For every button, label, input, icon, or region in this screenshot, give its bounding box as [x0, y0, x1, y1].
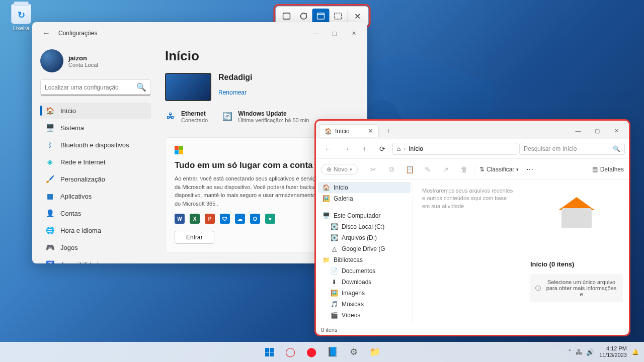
maximize-button[interactable]: ▢ [588, 124, 607, 138]
gallery-icon: 🖼️ [322, 195, 330, 203]
search-input[interactable] [45, 84, 136, 91]
nav-sistema[interactable]: 🖥️Sistema [40, 120, 151, 136]
delete-icon[interactable]: 🗑 [457, 162, 471, 176]
nav-inicio[interactable]: 🏠Início [40, 103, 151, 119]
home-icon: 🏠 [325, 128, 332, 135]
minimize-button[interactable]: — [306, 26, 325, 40]
nav-aplicativos[interactable]: ▦Aplicativos [40, 188, 151, 204]
new-tab-button[interactable]: + [382, 124, 395, 137]
folder-icon: 📁 [322, 256, 330, 264]
nav-forward-button[interactable]: → [338, 142, 354, 156]
info-icon: ⓘ [535, 285, 541, 292]
nav-bluetooth[interactable]: ᛒBluetooth e dispositivos [40, 137, 151, 153]
taskbar-app-opera[interactable]: ⬤ [302, 343, 320, 361]
signin-button[interactable]: Entrar [175, 231, 214, 244]
apps-icon: ▦ [45, 192, 54, 201]
rename-icon[interactable]: ✎ [421, 162, 435, 176]
details-button[interactable]: ▤ Detalhes [592, 166, 624, 173]
copy-icon[interactable]: ⧉ [384, 162, 398, 176]
taskbar-app-word[interactable]: 📘 [324, 343, 342, 361]
paste-icon[interactable]: 📋 [403, 162, 417, 176]
snip-fullscreen-icon[interactable] [330, 9, 347, 24]
explorer-tab-inicio[interactable]: 🏠 Início ✕ [319, 124, 379, 137]
chevron-down-icon: ▾ [516, 167, 519, 172]
word-icon: W [175, 214, 185, 224]
tab-close-icon[interactable]: ✕ [368, 127, 373, 135]
status-bar: 0 itens [316, 324, 629, 335]
enav-galeria[interactable]: 🖼️Galeria [318, 193, 411, 204]
taskbar-app-vivaldi[interactable]: ◯ [281, 343, 299, 361]
nav-personalizacao[interactable]: 🖌️Personalização [40, 171, 151, 187]
breadcrumb[interactable]: ⌂ › Início [392, 143, 517, 155]
enav-musicas[interactable]: 🎵Músicas [318, 299, 411, 310]
cut-icon[interactable]: ✂ [366, 162, 380, 176]
svg-rect-4 [335, 13, 342, 19]
home-icon: 🏠 [45, 106, 54, 115]
snip-rectangle-icon[interactable] [278, 9, 295, 24]
maximize-button[interactable]: ▢ [325, 26, 344, 40]
snip-window-icon[interactable] [312, 9, 330, 24]
home-icon: 🏠 [322, 184, 330, 192]
taskbar-app-explorer[interactable]: 📁 [366, 343, 384, 361]
avatar [40, 49, 63, 72]
rename-link[interactable]: Renomear [218, 89, 247, 96]
enav-este-computador[interactable]: 🖥️Este Computador [318, 210, 411, 221]
nav-acessibilidade[interactable]: ♿Acessibilidade [40, 256, 151, 263]
snip-close-icon[interactable]: ✕ [349, 9, 366, 24]
explorer-window-controls: — ▢ ✕ [569, 124, 626, 138]
settings-title: Configurações [58, 30, 97, 37]
enav-inicio[interactable]: 🏠Início [318, 182, 411, 193]
user-block[interactable]: jaizon Conta Local [40, 49, 151, 72]
recycle-bin-desktop-icon[interactable]: ↻ Lixeira [6, 4, 36, 31]
nav-hora[interactable]: 🌐Hora e idioma [40, 222, 151, 238]
taskbar-clock[interactable]: 4:12 PM 11/13/2023 [599, 345, 627, 358]
tray-volume-icon[interactable]: 🔊 [586, 348, 594, 356]
enav-google-drive[interactable]: △Google Drive (G [318, 243, 411, 254]
enav-disco-c[interactable]: 💽Disco Local (C:) [318, 221, 411, 232]
enav-bibliotecas[interactable]: 📁Bibliotecas [318, 254, 411, 265]
close-button[interactable]: ✕ [607, 124, 626, 138]
nav-up-button[interactable]: ↑ [356, 142, 372, 156]
enav-videos[interactable]: 🎬Vídeos [318, 310, 411, 321]
more-icon[interactable]: ⋯ [523, 162, 537, 176]
tray-chevron-icon[interactable]: ˄ [568, 348, 572, 356]
plus-icon: ⊕ [327, 166, 332, 173]
network-icon: ◈ [45, 157, 54, 166]
pc-name: Redadigi [218, 73, 253, 82]
settings-search[interactable]: 🔍 [40, 79, 151, 96]
start-button[interactable] [260, 343, 278, 361]
enav-imagens[interactable]: 🖼️Imagens [318, 288, 411, 299]
share-icon[interactable]: ↗ [439, 162, 453, 176]
search-icon: 🔍 [613, 145, 620, 152]
notifications-icon[interactable]: 🔔 [632, 349, 639, 355]
sort-button[interactable]: ⇅ Classificar ▾ [479, 166, 519, 173]
documents-icon: 📄 [330, 267, 338, 275]
nav-contas[interactable]: 👤Contas [40, 205, 151, 221]
accessibility-icon: ♿ [45, 260, 54, 263]
taskbar-app-settings[interactable]: ⚙ [345, 343, 363, 361]
snip-freeform-icon[interactable] [295, 9, 312, 24]
chevron-down-icon: ▾ [350, 167, 352, 172]
nav-jogos[interactable]: 🎮Jogos [40, 239, 151, 255]
enav-downloads[interactable]: ⬇Downloads [318, 277, 411, 288]
enav-documentos[interactable]: 📄Documentos [318, 265, 411, 277]
close-button[interactable]: ✕ [344, 26, 363, 40]
update-status[interactable]: 🔄 Windows Update Última verificação: há … [222, 110, 309, 123]
ethernet-status[interactable]: 🖧 Ethernet Conectado [165, 110, 208, 123]
images-icon: 🖼️ [330, 289, 338, 297]
nav-rede[interactable]: ◈Rede e Internet [40, 154, 151, 170]
nav-back-button[interactable]: ← [320, 142, 336, 156]
chevron-right-icon: › [404, 145, 406, 152]
explorer-search[interactable]: Pesquisar em Início 🔍 [519, 143, 625, 155]
user-subtitle: Conta Local [68, 62, 98, 68]
minimize-button[interactable]: — [569, 124, 588, 138]
settings-window-controls: — ▢ ✕ [306, 26, 363, 40]
details-icon: ▤ [592, 166, 598, 173]
enav-arquivos-d[interactable]: 💽Arquivos (D:) [318, 232, 411, 243]
home-icon: ⌂ [397, 145, 400, 152]
back-button[interactable]: ← [40, 27, 52, 39]
tray-network-icon[interactable]: 🖧 [576, 348, 582, 356]
nav-refresh-button[interactable]: ⟳ [374, 142, 390, 156]
system-icon: 🖥️ [45, 123, 54, 132]
new-button[interactable]: ⊕ Novo ▾ [321, 164, 358, 175]
